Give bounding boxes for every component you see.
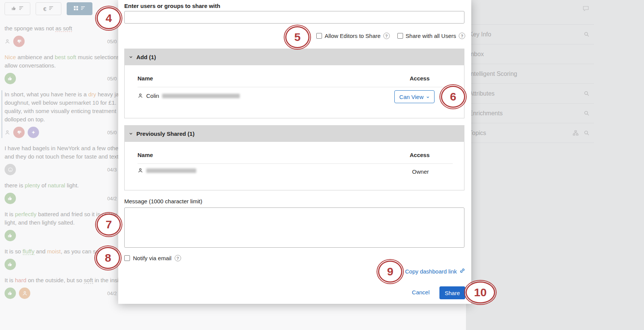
share-all-option: Share with all Users ?	[397, 33, 465, 39]
recipient-name: Colin	[146, 93, 159, 99]
message-label: Message (1000 character limit)	[124, 198, 202, 204]
person-icon	[138, 93, 143, 99]
copy-dashboard-link[interactable]: Copy dashboard link	[405, 268, 465, 275]
annotation-8: 8	[96, 247, 120, 269]
previously-shared-toggle[interactable]: Previously Shared (1)	[124, 125, 464, 142]
share-all-label: Share with all Users	[406, 33, 456, 39]
table-header-divider	[138, 87, 453, 87]
copy-link-label: Copy dashboard link	[405, 268, 457, 275]
annotation-9: 9	[378, 261, 402, 283]
table-row: Colin	[138, 93, 240, 99]
link-icon	[460, 268, 465, 275]
annotation-number: 9	[387, 265, 394, 278]
annotation-number: 7	[106, 218, 112, 231]
redacted-email	[162, 94, 240, 98]
previously-shared-body: Name Access Owner	[124, 142, 464, 190]
notify-email-checkbox[interactable]	[124, 255, 130, 261]
annotation-5: 5	[285, 26, 309, 48]
screen: € the sponge was not as soft05/0Nice amb…	[0, 0, 644, 330]
add-section: Add (1) Name Access Colin Can View	[124, 49, 464, 118]
annotation-7: 7	[97, 214, 121, 236]
share-button[interactable]: Share	[439, 286, 465, 299]
help-icon[interactable]: ?	[459, 33, 465, 39]
table-row	[138, 168, 196, 173]
notify-email-label: Notify via email	[133, 255, 172, 261]
annotation-number: 5	[294, 31, 301, 44]
notify-option: Notify via email ?	[124, 255, 181, 261]
table-header-divider	[138, 163, 453, 164]
allow-editors-option: Allow Editors to Share ?	[316, 33, 390, 39]
redacted-email	[146, 168, 196, 173]
annotation-10: 10	[466, 281, 495, 303]
annotation-number: 10	[474, 286, 486, 299]
add-section-title: Add (1)	[136, 54, 156, 60]
allow-editors-checkbox[interactable]	[316, 33, 322, 39]
access-column-header: Access	[410, 152, 430, 158]
access-column-header: Access	[410, 75, 430, 82]
annotation-6: 6	[441, 86, 465, 108]
access-level-dropdown[interactable]: Can View	[394, 90, 435, 103]
annotation-number: 4	[106, 12, 112, 25]
cancel-button[interactable]: Cancel	[412, 289, 430, 295]
owner-access-value: Owner	[412, 168, 429, 175]
annotation-4: 4	[97, 7, 121, 29]
annotation-number: 8	[105, 251, 111, 264]
access-level-value: Can View	[399, 94, 424, 100]
add-section-body: Name Access Colin Can View	[124, 65, 464, 118]
share-all-checkbox[interactable]	[397, 33, 403, 39]
allow-editors-label: Allow Editors to Share	[325, 33, 381, 39]
share-with-input[interactable]	[124, 11, 464, 24]
chevron-down-icon	[129, 132, 133, 136]
share-options: Allow Editors to Share ? Share with all …	[309, 33, 465, 39]
message-textarea[interactable]	[124, 207, 464, 248]
caret-down-icon	[426, 94, 430, 100]
previously-shared-title: Previously Shared (1)	[136, 130, 194, 137]
person-icon	[138, 168, 143, 173]
previously-shared-section: Previously Shared (1) Name Access Owner	[124, 125, 464, 190]
help-icon[interactable]: ?	[175, 255, 181, 261]
name-column-header: Name	[138, 152, 153, 158]
annotation-number: 6	[450, 90, 456, 103]
chevron-down-icon	[129, 55, 133, 59]
add-section-toggle[interactable]: Add (1)	[124, 49, 464, 65]
help-icon[interactable]: ?	[383, 33, 390, 39]
name-column-header: Name	[138, 75, 153, 82]
share-with-label: Enter users or groups to share with	[124, 3, 220, 9]
